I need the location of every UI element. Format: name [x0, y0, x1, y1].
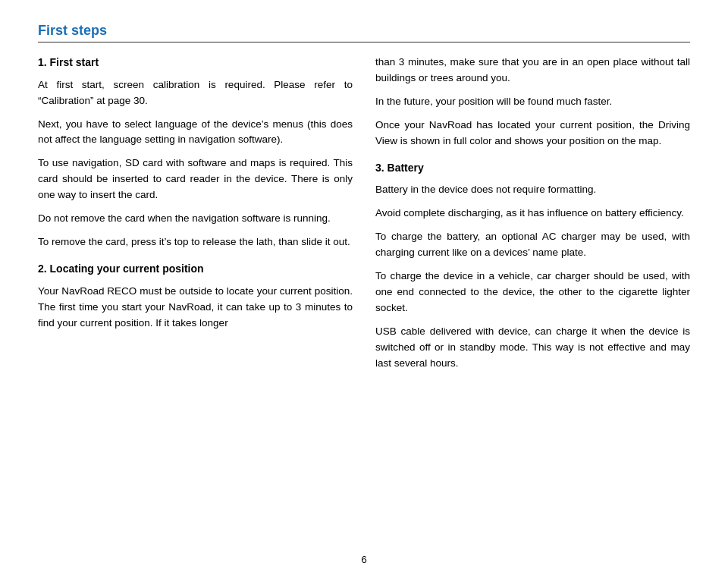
section-2-para-1: Your NavRoad RECO must be outside to loc… [38, 284, 353, 332]
right-top-para-2: In the future, your position will be fou… [375, 94, 690, 110]
content-columns: 1. First start At first start, screen ca… [38, 55, 690, 546]
section-2-heading: 2. Locating your current position [38, 261, 353, 278]
section-3-para-2: Avoid complete discharging, as it has in… [375, 206, 690, 222]
section-1-para-5: To remove the card, press it’s top to re… [38, 234, 353, 250]
section-1-para-3: To use navigation, SD card with software… [38, 156, 353, 203]
right-top-para-1: than 3 minutes, make sure that you are i… [375, 55, 690, 86]
section-2-block: 2. Locating your current position Your N… [38, 261, 353, 331]
right-column: than 3 minutes, make sure that you are i… [375, 55, 690, 546]
section-1-para-1: At first start, screen calibration is re… [38, 77, 353, 109]
section-3-heading: 3. Battery [375, 160, 690, 177]
section-3-para-5: USB cable delivered with device, can cha… [375, 324, 690, 372]
section-3-block: 3. Battery Battery in the device does no… [375, 160, 690, 372]
page-title: First steps [38, 23, 690, 39]
right-top-block: than 3 minutes, make sure that you are i… [375, 55, 690, 149]
section-3-para-3: To charge the battery, an optional AC ch… [375, 229, 690, 261]
title-divider [38, 42, 690, 42]
page-footer: 6 [38, 554, 690, 565]
section-1-para-2: Next, you have to select language of the… [38, 117, 353, 149]
page-container: First steps 1. First start At first star… [0, 0, 728, 588]
page-number: 6 [361, 554, 366, 565]
section-1-block: 1. First start At first start, screen ca… [38, 55, 353, 250]
section-1-heading: 1. First start [38, 55, 353, 71]
left-column: 1. First start At first start, screen ca… [38, 55, 353, 546]
right-top-para-3: Once your NavRoad has located your curre… [375, 118, 690, 149]
section-3-para-1: Battery in the device does not require f… [375, 182, 690, 198]
section-3-para-4: To charge the device in a vehicle, car c… [375, 269, 690, 316]
section-1-para-4: Do not remove the card when the navigati… [38, 211, 353, 227]
